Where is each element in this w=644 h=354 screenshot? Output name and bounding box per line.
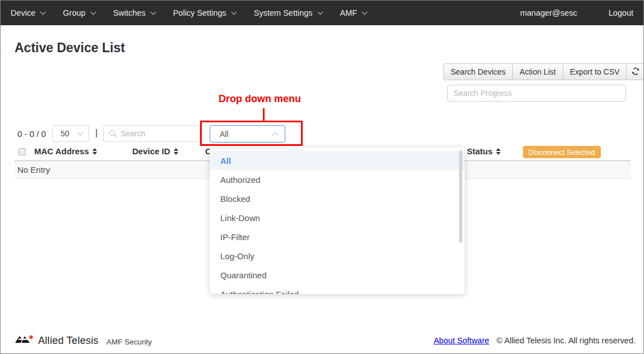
status-filter-dropdown-panel: All Authorized Blocked Link-Down IP-Filt… bbox=[210, 148, 465, 294]
nav-item-label: Switches bbox=[113, 8, 146, 17]
table-search-box bbox=[103, 125, 200, 142]
sort-icon bbox=[92, 148, 97, 155]
nav-item-label: System Settings bbox=[254, 8, 313, 17]
copyright-text: © Allied Telesis Inc. All rights reserve… bbox=[497, 336, 636, 345]
sort-icon bbox=[174, 148, 178, 155]
nav-right: manager@sesc Logout bbox=[520, 8, 633, 17]
chevron-down-icon bbox=[317, 9, 323, 15]
select-all-checkbox[interactable] bbox=[18, 148, 26, 155]
dropdown-option-all[interactable]: All bbox=[210, 151, 465, 170]
nav-item-label: Device bbox=[11, 8, 35, 17]
result-range-label: 0 - 0 / 0 bbox=[17, 129, 46, 139]
empty-row-text: No Entry bbox=[15, 165, 50, 174]
dropdown-scrollbar-thumb[interactable] bbox=[459, 150, 462, 243]
nav-item-policy-settings[interactable]: Policy Settings bbox=[173, 8, 236, 17]
top-navbar: Device Group Switches Policy Settings Sy… bbox=[1, 1, 643, 25]
page-size-select[interactable]: 50 bbox=[52, 125, 89, 142]
chevron-down-icon bbox=[90, 9, 96, 15]
nav-item-system-settings[interactable]: System Settings bbox=[254, 8, 322, 17]
brand-name: Allied Telesis bbox=[38, 335, 99, 347]
page-size-value: 50 bbox=[61, 129, 70, 138]
search-progress-input[interactable] bbox=[447, 85, 626, 102]
nav-menu: Device Group Switches Policy Settings Sy… bbox=[11, 8, 367, 17]
chevron-down-icon bbox=[362, 9, 368, 15]
search-icon bbox=[109, 130, 117, 137]
column-label: MAC Address bbox=[34, 146, 89, 156]
product-name: AMF Security bbox=[106, 338, 152, 346]
column-label: Device ID bbox=[132, 146, 170, 156]
sort-icon bbox=[496, 148, 501, 155]
chevron-down-icon bbox=[77, 129, 83, 135]
about-software-link[interactable]: About Software bbox=[434, 336, 489, 345]
nav-item-amf[interactable]: AMF bbox=[340, 8, 367, 17]
chevron-up-icon bbox=[272, 132, 278, 138]
action-list-button[interactable]: Action List bbox=[512, 63, 563, 80]
chevron-down-icon bbox=[231, 9, 237, 15]
dropdown-option-clipped[interactable]: Authentication Failed bbox=[210, 284, 465, 294]
controls-separator: | bbox=[95, 128, 98, 138]
nav-item-label: Policy Settings bbox=[173, 8, 226, 17]
nav-item-switches[interactable]: Switches bbox=[113, 8, 155, 17]
nav-item-group[interactable]: Group bbox=[63, 8, 95, 17]
dropdown-option-blocked[interactable]: Blocked bbox=[210, 189, 465, 208]
app-window: Device Group Switches Policy Settings Sy… bbox=[0, 0, 644, 354]
status-filter-select[interactable]: All bbox=[210, 125, 285, 142]
column-label: Status bbox=[467, 146, 493, 156]
nav-item-label: AMF bbox=[340, 8, 358, 17]
status-filter-value: All bbox=[220, 130, 229, 139]
refresh-icon bbox=[631, 67, 640, 77]
export-csv-button[interactable]: Export to CSV bbox=[563, 63, 627, 80]
logout-button[interactable]: Logout bbox=[609, 8, 633, 17]
nav-item-label: Group bbox=[63, 8, 85, 17]
refresh-button[interactable] bbox=[626, 63, 644, 80]
page-footer: Allied Telesis AMF Security About Softwa… bbox=[1, 328, 643, 353]
dropdown-option-ip-filter[interactable]: IP-Filter bbox=[210, 227, 465, 246]
brand: Allied Telesis bbox=[15, 333, 99, 348]
annotation-text: Drop down menu bbox=[219, 93, 301, 105]
toolbar-button-group: Search Devices Action List Export to CSV bbox=[443, 63, 644, 80]
dropdown-option-link-down[interactable]: Link-Down bbox=[210, 208, 465, 227]
chevron-down-icon bbox=[150, 9, 156, 15]
dropdown-option-authorized[interactable]: Authorized bbox=[210, 170, 465, 189]
page-title: Active Device List bbox=[15, 40, 125, 56]
column-header-device-id[interactable]: Device ID bbox=[132, 146, 178, 156]
nav-item-device[interactable]: Device bbox=[11, 8, 45, 17]
dropdown-option-log-only[interactable]: Log-Only bbox=[210, 246, 465, 265]
search-devices-button[interactable]: Search Devices bbox=[443, 63, 513, 80]
chevron-down-icon bbox=[40, 9, 46, 15]
annotation-pointer-line bbox=[263, 108, 265, 121]
column-header-mac-address[interactable]: MAC Address bbox=[34, 146, 97, 156]
footer-right: About Software © Allied Telesis Inc. All… bbox=[434, 336, 636, 345]
user-account-label[interactable]: manager@sesc bbox=[520, 8, 577, 17]
dropdown-option-quarantined[interactable]: Quarantined bbox=[210, 265, 465, 284]
column-header-status[interactable]: Status bbox=[467, 146, 501, 156]
allied-telesis-logo-icon bbox=[15, 333, 34, 348]
disconnect-selected-button[interactable]: Disconnect Selected bbox=[523, 146, 601, 158]
table-search-input[interactable] bbox=[121, 129, 194, 138]
